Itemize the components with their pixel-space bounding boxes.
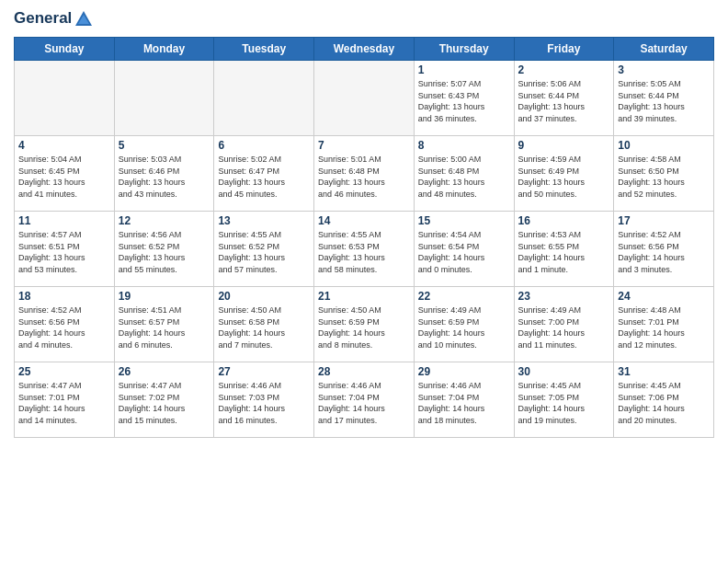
day-number: 20 <box>218 290 310 303</box>
day-info: Sunrise: 4:54 AMSunset: 6:54 PMDaylight:… <box>418 229 510 275</box>
day-number: 6 <box>218 139 310 152</box>
calendar-cell: 27Sunrise: 4:46 AMSunset: 7:03 PMDayligh… <box>214 362 314 438</box>
calendar-cell: 10Sunrise: 4:58 AMSunset: 6:50 PMDayligh… <box>614 136 714 212</box>
day-number: 31 <box>618 365 710 378</box>
day-info: Sunrise: 4:45 AMSunset: 7:06 PMDaylight:… <box>618 380 710 426</box>
calendar-cell: 15Sunrise: 4:54 AMSunset: 6:54 PMDayligh… <box>414 212 514 287</box>
calendar-week-5: 25Sunrise: 4:47 AMSunset: 7:01 PMDayligh… <box>15 362 714 438</box>
day-info: Sunrise: 4:46 AMSunset: 7:04 PMDaylight:… <box>318 380 410 426</box>
day-number: 1 <box>418 63 510 76</box>
day-number: 21 <box>318 290 410 303</box>
day-number: 10 <box>618 139 710 152</box>
calendar-cell: 17Sunrise: 4:52 AMSunset: 6:56 PMDayligh… <box>614 212 714 287</box>
calendar-cell: 8Sunrise: 5:00 AMSunset: 6:48 PMDaylight… <box>414 136 514 212</box>
day-number: 16 <box>518 214 610 227</box>
logo: General <box>14 9 94 29</box>
day-header-friday: Friday <box>514 38 614 61</box>
calendar-cell: 6Sunrise: 5:02 AMSunset: 6:47 PMDaylight… <box>214 136 314 212</box>
calendar-cell: 22Sunrise: 4:49 AMSunset: 6:59 PMDayligh… <box>414 287 514 362</box>
calendar-cell: 26Sunrise: 4:47 AMSunset: 7:02 PMDayligh… <box>114 362 214 438</box>
calendar-cell: 29Sunrise: 4:46 AMSunset: 7:04 PMDayligh… <box>414 362 514 438</box>
day-info: Sunrise: 4:56 AMSunset: 6:52 PMDaylight:… <box>119 229 210 275</box>
day-number: 2 <box>518 63 610 76</box>
calendar-cell: 28Sunrise: 4:46 AMSunset: 7:04 PMDayligh… <box>314 362 415 438</box>
day-number: 8 <box>418 139 510 152</box>
calendar-cell <box>15 61 115 136</box>
day-info: Sunrise: 5:00 AMSunset: 6:48 PMDaylight:… <box>418 154 510 200</box>
day-info: Sunrise: 4:45 AMSunset: 7:05 PMDaylight:… <box>518 380 610 426</box>
day-info: Sunrise: 4:52 AMSunset: 6:56 PMDaylight:… <box>618 229 710 275</box>
day-number: 25 <box>18 365 110 378</box>
day-number: 26 <box>119 365 210 378</box>
day-info: Sunrise: 4:52 AMSunset: 6:56 PMDaylight:… <box>18 304 110 350</box>
day-header-wednesday: Wednesday <box>314 38 415 61</box>
logo-icon <box>74 9 94 29</box>
day-info: Sunrise: 5:07 AMSunset: 6:43 PMDaylight:… <box>418 78 510 124</box>
day-number: 15 <box>418 214 510 227</box>
day-info: Sunrise: 4:47 AMSunset: 7:02 PMDaylight:… <box>119 380 210 426</box>
calendar-week-1: 1Sunrise: 5:07 AMSunset: 6:43 PMDaylight… <box>15 61 714 136</box>
day-number: 11 <box>18 214 110 227</box>
day-number: 4 <box>18 139 110 152</box>
calendar-cell: 13Sunrise: 4:55 AMSunset: 6:52 PMDayligh… <box>214 212 314 287</box>
calendar-table: SundayMondayTuesdayWednesdayThursdayFrid… <box>14 37 714 438</box>
day-header-sunday: Sunday <box>15 38 115 61</box>
calendar-cell <box>114 61 214 136</box>
calendar-week-3: 11Sunrise: 4:57 AMSunset: 6:51 PMDayligh… <box>15 212 714 287</box>
day-number: 13 <box>218 214 310 227</box>
calendar-cell <box>214 61 314 136</box>
day-info: Sunrise: 4:50 AMSunset: 6:58 PMDaylight:… <box>218 304 310 350</box>
calendar-cell: 16Sunrise: 4:53 AMSunset: 6:55 PMDayligh… <box>514 212 614 287</box>
day-info: Sunrise: 4:49 AMSunset: 6:59 PMDaylight:… <box>418 304 510 350</box>
day-number: 23 <box>518 290 610 303</box>
day-info: Sunrise: 5:03 AMSunset: 6:46 PMDaylight:… <box>119 154 210 200</box>
calendar-cell: 7Sunrise: 5:01 AMSunset: 6:48 PMDaylight… <box>314 136 415 212</box>
day-info: Sunrise: 5:04 AMSunset: 6:45 PMDaylight:… <box>18 154 110 200</box>
calendar-cell: 14Sunrise: 4:55 AMSunset: 6:53 PMDayligh… <box>314 212 415 287</box>
calendar-header-row: SundayMondayTuesdayWednesdayThursdayFrid… <box>15 38 714 61</box>
day-info: Sunrise: 4:53 AMSunset: 6:55 PMDaylight:… <box>518 229 610 275</box>
day-info: Sunrise: 4:50 AMSunset: 6:59 PMDaylight:… <box>318 304 410 350</box>
day-number: 19 <box>119 290 210 303</box>
calendar-week-4: 18Sunrise: 4:52 AMSunset: 6:56 PMDayligh… <box>15 287 714 362</box>
calendar-cell: 5Sunrise: 5:03 AMSunset: 6:46 PMDaylight… <box>114 136 214 212</box>
calendar-cell: 11Sunrise: 4:57 AMSunset: 6:51 PMDayligh… <box>15 212 115 287</box>
day-info: Sunrise: 4:47 AMSunset: 7:01 PMDaylight:… <box>18 380 110 426</box>
calendar-cell: 12Sunrise: 4:56 AMSunset: 6:52 PMDayligh… <box>114 212 214 287</box>
day-info: Sunrise: 4:49 AMSunset: 7:00 PMDaylight:… <box>518 304 610 350</box>
day-number: 24 <box>618 290 710 303</box>
calendar-cell: 21Sunrise: 4:50 AMSunset: 6:59 PMDayligh… <box>314 287 415 362</box>
calendar-cell: 1Sunrise: 5:07 AMSunset: 6:43 PMDaylight… <box>414 61 514 136</box>
calendar-cell: 9Sunrise: 4:59 AMSunset: 6:49 PMDaylight… <box>514 136 614 212</box>
day-number: 17 <box>618 214 710 227</box>
day-number: 3 <box>618 63 710 76</box>
day-info: Sunrise: 4:48 AMSunset: 7:01 PMDaylight:… <box>618 304 710 350</box>
day-info: Sunrise: 4:46 AMSunset: 7:04 PMDaylight:… <box>418 380 510 426</box>
calendar-cell: 25Sunrise: 4:47 AMSunset: 7:01 PMDayligh… <box>15 362 115 438</box>
header: General <box>14 9 714 29</box>
day-info: Sunrise: 5:06 AMSunset: 6:44 PMDaylight:… <box>518 78 610 124</box>
day-info: Sunrise: 4:55 AMSunset: 6:53 PMDaylight:… <box>318 229 410 275</box>
page-container: General SundayMondayTuesdayWednesdayThur… <box>0 0 728 563</box>
calendar-cell: 31Sunrise: 4:45 AMSunset: 7:06 PMDayligh… <box>614 362 714 438</box>
calendar-cell: 30Sunrise: 4:45 AMSunset: 7:05 PMDayligh… <box>514 362 614 438</box>
calendar-cell: 18Sunrise: 4:52 AMSunset: 6:56 PMDayligh… <box>15 287 115 362</box>
day-info: Sunrise: 4:58 AMSunset: 6:50 PMDaylight:… <box>618 154 710 200</box>
calendar-cell: 24Sunrise: 4:48 AMSunset: 7:01 PMDayligh… <box>614 287 714 362</box>
calendar-week-2: 4Sunrise: 5:04 AMSunset: 6:45 PMDaylight… <box>15 136 714 212</box>
calendar-cell: 20Sunrise: 4:50 AMSunset: 6:58 PMDayligh… <box>214 287 314 362</box>
day-number: 5 <box>119 139 210 152</box>
calendar-cell: 23Sunrise: 4:49 AMSunset: 7:00 PMDayligh… <box>514 287 614 362</box>
day-info: Sunrise: 5:02 AMSunset: 6:47 PMDaylight:… <box>218 154 310 200</box>
day-number: 29 <box>418 365 510 378</box>
day-number: 9 <box>518 139 610 152</box>
day-number: 22 <box>418 290 510 303</box>
calendar-cell: 4Sunrise: 5:04 AMSunset: 6:45 PMDaylight… <box>15 136 115 212</box>
day-info: Sunrise: 4:55 AMSunset: 6:52 PMDaylight:… <box>218 229 310 275</box>
day-number: 12 <box>119 214 210 227</box>
day-info: Sunrise: 4:46 AMSunset: 7:03 PMDaylight:… <box>218 380 310 426</box>
day-number: 28 <box>318 365 410 378</box>
day-info: Sunrise: 5:05 AMSunset: 6:44 PMDaylight:… <box>618 78 710 124</box>
calendar-cell <box>314 61 415 136</box>
day-info: Sunrise: 5:01 AMSunset: 6:48 PMDaylight:… <box>318 154 410 200</box>
